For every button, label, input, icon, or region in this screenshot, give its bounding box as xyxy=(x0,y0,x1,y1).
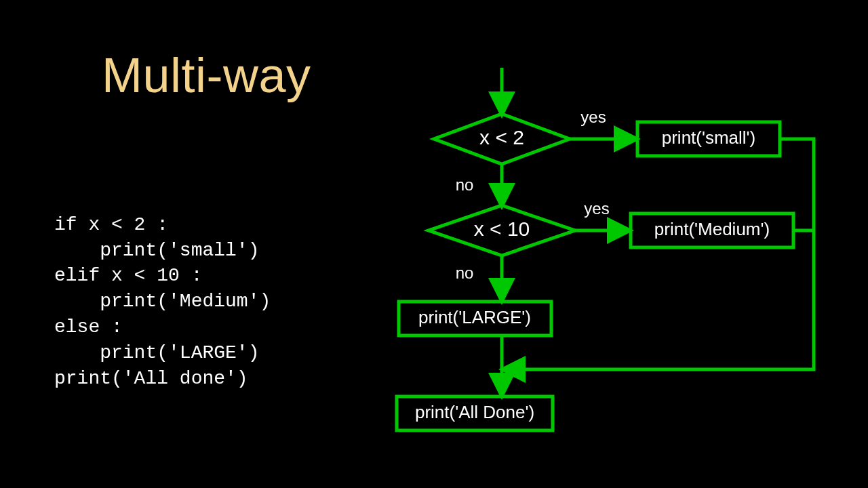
label-yes-2: yes xyxy=(584,199,609,218)
box-print-all-done-text: print('All Done') xyxy=(415,402,534,422)
decision-2-text: x < 10 xyxy=(474,218,530,240)
label-no-1: no xyxy=(456,176,474,194)
box-print-small-text: print('small') xyxy=(662,127,756,148)
box-print-large-text: print('LARGE') xyxy=(418,307,531,327)
label-yes-1: yes xyxy=(580,108,606,126)
label-no-2: no xyxy=(456,264,474,282)
flowchart: x < 2 yes print('small') no x < 10 yes p… xyxy=(0,0,868,488)
decision-1-text: x < 2 xyxy=(479,126,524,148)
slide-stage: Multi-way if x < 2 : print('small') elif… xyxy=(0,0,868,488)
box-print-medium-text: print('Medium') xyxy=(654,219,770,239)
